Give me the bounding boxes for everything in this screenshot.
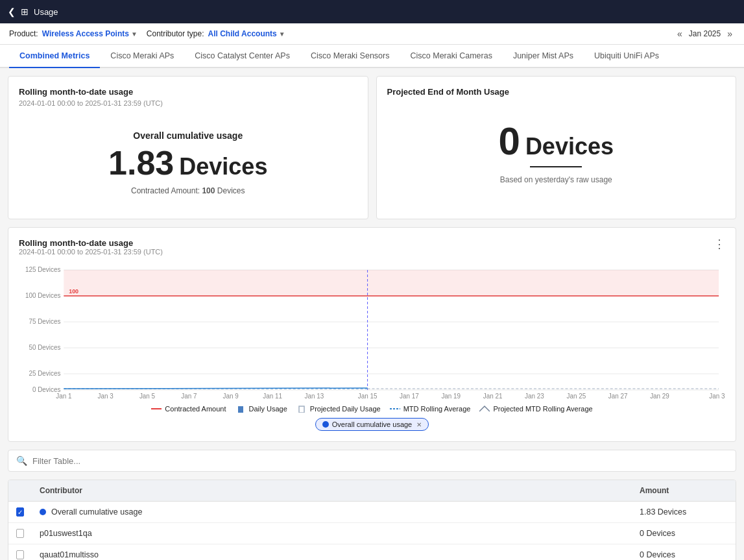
svg-text:Jan 7: Jan 7 xyxy=(181,393,197,400)
svg-rect-35 xyxy=(238,406,243,413)
contributor-dropdown[interactable]: All Child Accounts ▼ xyxy=(208,29,285,38)
td-checkbox-3[interactable] xyxy=(8,544,32,560)
product-label: Product: xyxy=(9,29,38,38)
legend-contracted-label: Contracted Amount xyxy=(165,405,226,413)
svg-text:Jan 11: Jan 11 xyxy=(263,393,282,400)
product-value: Wireless Access Points xyxy=(42,29,129,38)
period-prev[interactable]: « xyxy=(675,29,685,39)
contracted-unit: Devices xyxy=(217,186,245,195)
svg-text:Jan 1: Jan 1 xyxy=(56,393,72,400)
svg-text:100 Devices: 100 Devices xyxy=(25,292,60,299)
filter-input[interactable] xyxy=(32,456,728,466)
svg-text:Jan 19: Jan 19 xyxy=(441,393,461,400)
svg-text:100: 100 xyxy=(69,288,78,295)
tab-cisco-meraki-aps[interactable]: Cisco Meraki APs xyxy=(100,45,184,68)
tab-cisco-meraki-cameras[interactable]: Cisco Meraki Cameras xyxy=(400,45,502,68)
overall-badge[interactable]: Overall cumulative usage ✕ xyxy=(315,418,429,431)
chart-legend: Contracted Amount Daily Usage Projected … xyxy=(19,405,725,413)
svg-text:Jan 3: Jan 3 xyxy=(98,393,114,400)
filter-bar-right: « Jan 2025 » xyxy=(675,29,735,39)
svg-text:75 Devices: 75 Devices xyxy=(29,318,60,325)
legend-mtd[interactable]: MTD Rolling Average xyxy=(390,405,471,413)
back-icon[interactable]: ❮ xyxy=(8,6,16,17)
rolling-card-title: Rolling month-to-date usage xyxy=(19,87,357,97)
contributor-name-2: p01uswest1qa xyxy=(40,529,92,538)
svg-text:25 Devices: 25 Devices xyxy=(29,370,60,377)
td-checkbox-1[interactable] xyxy=(8,502,32,522)
usage-label: Overall cumulative usage xyxy=(133,130,243,141)
rolling-usage-card: Rolling month-to-date usage 2024-01-01 0… xyxy=(8,76,368,219)
tab-cisco-catalyst[interactable]: Cisco Catalyst Center APs xyxy=(184,45,300,68)
td-contributor-2: p01uswest1qa xyxy=(32,523,632,544)
legend-projected-mtd-label: Projected MTD Rolling Average xyxy=(493,405,592,413)
rolling-card-subtitle: 2024-01-01 00:00 to 2025-01-31 23:59 (UT… xyxy=(19,99,357,107)
period-label: Jan 2025 xyxy=(689,29,721,38)
daily-icon xyxy=(235,405,246,413)
th-contributor: Contributor xyxy=(32,480,632,501)
badge-remove[interactable]: ✕ xyxy=(416,421,422,428)
contracted-icon xyxy=(151,405,162,413)
contributor-value: All Child Accounts xyxy=(208,29,277,38)
chart-title: Rolling month-to-date usage xyxy=(19,238,163,248)
projected-mtd-icon xyxy=(479,405,490,413)
contracted-value: 100 xyxy=(202,186,215,195)
chart-menu-button[interactable]: ⋮ xyxy=(714,238,725,250)
chart-title-area: Rolling month-to-date usage 2024-01-01 0… xyxy=(19,238,163,262)
tab-combined-metrics[interactable]: Combined Metrics xyxy=(9,45,100,68)
product-dropdown[interactable]: Wireless Access Points ▼ xyxy=(42,29,138,38)
projected-card: Projected End of Month Usage 0 Devices B… xyxy=(376,76,737,219)
row-dot-1 xyxy=(40,509,46,515)
data-table: Contributor Amount Overall cumulative us… xyxy=(8,480,736,560)
td-amount-1: 1.83 Devices xyxy=(632,502,736,522)
checkbox-1[interactable] xyxy=(16,507,24,517)
legend-daily[interactable]: Daily Usage xyxy=(235,405,287,413)
table-header: Contributor Amount xyxy=(8,480,736,502)
app-icon: ⊞ xyxy=(21,6,29,17)
tab-cisco-meraki-sensors[interactable]: Cisco Meraki Sensors xyxy=(300,45,400,68)
svg-rect-12 xyxy=(64,270,719,296)
td-amount-3: 0 Devices xyxy=(632,544,736,560)
svg-text:50 Devices: 50 Devices xyxy=(29,344,60,351)
td-checkbox-2[interactable] xyxy=(8,523,32,544)
search-icon: 🔍 xyxy=(16,456,27,466)
period-next[interactable]: » xyxy=(725,29,735,39)
legend-projected-mtd[interactable]: Projected MTD Rolling Average xyxy=(479,405,592,413)
checkbox-3[interactable] xyxy=(16,550,24,559)
tab-juniper-mist[interactable]: Juniper Mist APs xyxy=(503,45,584,68)
svg-text:Jan 13: Jan 13 xyxy=(305,393,324,400)
chart-area: 125 Devices 100 Devices 75 Devices 50 De… xyxy=(19,263,725,400)
checkbox-2[interactable] xyxy=(16,529,24,538)
contributor-name-1: Overall cumulative usage xyxy=(51,507,142,517)
projected-subtitle: Based on yesterday's raw usage xyxy=(500,175,612,184)
tab-ubiquiti-unifi[interactable]: Ubiquiti UniFi APs xyxy=(584,45,669,68)
svg-rect-36 xyxy=(299,406,304,413)
svg-text:Jan 21: Jan 21 xyxy=(483,393,503,400)
badge-dot xyxy=(322,421,329,428)
svg-text:Jan 25: Jan 25 xyxy=(566,393,586,400)
main-content: Rolling month-to-date usage 2024-01-01 0… xyxy=(0,68,744,560)
svg-text:125 Devices: 125 Devices xyxy=(25,266,60,273)
svg-text:Jan 23: Jan 23 xyxy=(525,393,544,400)
product-arrow: ▼ xyxy=(131,30,138,38)
legend-contracted[interactable]: Contracted Amount xyxy=(151,405,226,413)
svg-text:Jan 27: Jan 27 xyxy=(608,393,628,400)
rolling-card-center: Overall cumulative usage 1.83 Devices Co… xyxy=(19,117,357,208)
contributor-name-3: qauat01multisso xyxy=(40,550,99,559)
cards-row: Rolling month-to-date usage 2024-01-01 0… xyxy=(8,76,736,219)
table-row: p01uswest1qa 0 Devices xyxy=(8,523,736,544)
legend-projected-daily[interactable]: Projected Daily Usage xyxy=(296,405,381,413)
contributor-label: Contributor type: xyxy=(147,29,204,38)
chart-svg: 125 Devices 100 Devices 75 Devices 50 De… xyxy=(19,263,725,400)
legend-projected-daily-label: Projected Daily Usage xyxy=(310,405,381,413)
contributor-arrow: ▼ xyxy=(279,30,285,38)
projected-daily-icon xyxy=(296,405,307,413)
usage-unit: Devices xyxy=(179,153,267,180)
th-amount: Amount xyxy=(632,480,736,501)
mtd-icon xyxy=(390,405,400,413)
svg-text:Jan 15: Jan 15 xyxy=(358,393,378,400)
td-contributor-1: Overall cumulative usage xyxy=(32,502,632,522)
chart-header: Rolling month-to-date usage 2024-01-01 0… xyxy=(19,238,725,262)
filter-bar-left: Product: Wireless Access Points ▼ Contri… xyxy=(9,29,285,38)
contracted-amount: Contracted Amount: 100 Devices xyxy=(131,186,245,195)
projected-value: 0 Devices xyxy=(499,119,614,164)
